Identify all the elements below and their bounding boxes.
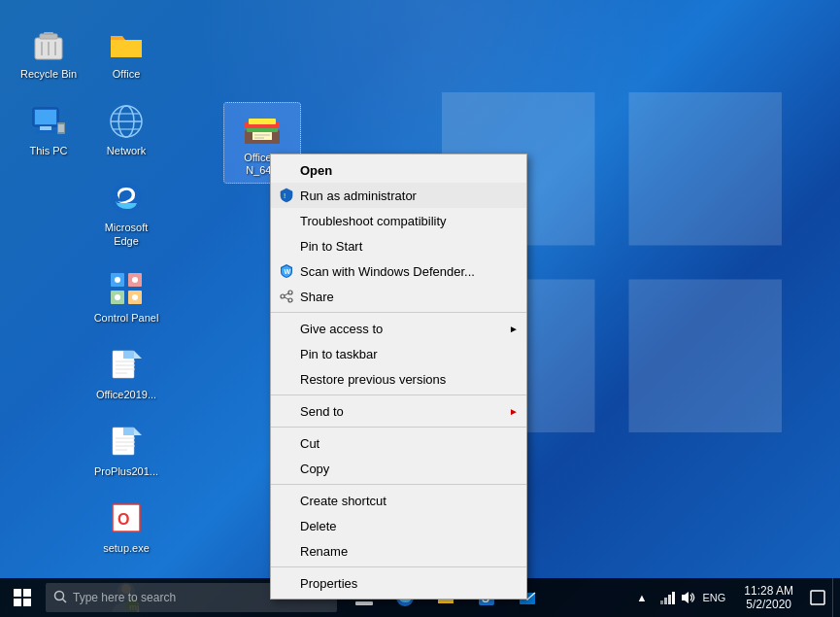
svg-rect-55: [252, 132, 272, 140]
svg-point-26: [115, 277, 120, 283]
svg-rect-3: [629, 280, 783, 433]
svg-rect-1: [629, 92, 783, 246]
svg-rect-68: [23, 599, 31, 606]
svg-rect-15: [58, 124, 64, 132]
ctx-item-run-as-admin[interactable]: ! Run as administrator: [271, 183, 526, 208]
svg-line-63: [285, 293, 288, 295]
desktop-icon-this-pc[interactable]: This PC: [10, 96, 87, 163]
taskbar-clock[interactable]: 11:28 AM 5/2/2020: [734, 578, 803, 617]
ctx-item-give-access[interactable]: Give access to ►: [271, 316, 526, 341]
svg-rect-11: [35, 110, 56, 124]
svg-rect-79: [664, 598, 667, 604]
context-menu: Open ! Run as administrator Troubleshoot…: [270, 154, 527, 600]
svg-line-64: [285, 297, 288, 299]
edge-icon: [107, 179, 146, 218]
svg-rect-38: [123, 428, 134, 435]
svg-rect-73: [355, 601, 373, 605]
tray-network-icon[interactable]: [656, 578, 678, 617]
office2019-icon: [107, 346, 146, 385]
svg-rect-31: [123, 351, 134, 359]
svg-rect-65: [14, 589, 21, 597]
svg-text:W: W: [285, 268, 291, 275]
clock-time: 11:28 AM: [744, 584, 793, 598]
control-panel-icon: [107, 269, 146, 308]
send-to-arrow: ►: [509, 406, 519, 417]
setup-exe-label: setup.exe: [103, 542, 150, 555]
svg-point-61: [281, 294, 285, 298]
recycle-bin-label: Recycle Bin: [20, 68, 77, 81]
svg-rect-78: [660, 600, 663, 604]
svg-point-69: [55, 591, 64, 600]
office-folder-icon: [107, 25, 146, 64]
office-n64b-icon: [243, 109, 282, 148]
tray-language-icon[interactable]: ENG: [699, 578, 728, 617]
ctx-item-restore-versions[interactable]: Restore previous versions: [271, 366, 526, 392]
office2019-label: Office2019...: [96, 389, 156, 401]
desktop-icon-network[interactable]: Network: [87, 96, 165, 163]
this-pc-label: This PC: [29, 145, 67, 157]
desktop-icon-recycle-bin[interactable]: Recycle Bin: [10, 19, 87, 86]
desktop-icon-edge[interactable]: Microsoft Edge: [87, 173, 165, 253]
svg-text:!: !: [284, 192, 286, 199]
start-button[interactable]: [0, 578, 44, 617]
edge-label: Microsoft Edge: [91, 222, 161, 247]
ctx-item-rename[interactable]: Rename: [271, 538, 526, 564]
svg-point-27: [132, 277, 138, 283]
office-label: Office: [113, 68, 141, 81]
defender-icon: W: [277, 261, 296, 281]
desktop-icon-control-panel[interactable]: Control Panel: [87, 263, 165, 330]
ctx-separator-2: [271, 394, 526, 395]
ctx-item-pin-taskbar[interactable]: Pin to taskbar: [271, 341, 526, 366]
ctx-item-pin-start[interactable]: Pin to Start: [271, 233, 526, 258]
svg-rect-81: [672, 592, 675, 604]
svg-rect-13: [36, 130, 55, 133]
ctx-item-delete[interactable]: Delete: [271, 513, 526, 538]
ctx-separator-5: [271, 566, 526, 567]
svg-rect-67: [14, 599, 21, 606]
system-tray: ▲: [632, 578, 840, 617]
svg-rect-83: [811, 591, 824, 604]
svg-marker-36: [134, 351, 142, 359]
ctx-item-troubleshoot[interactable]: Troubleshoot compatibility: [271, 208, 526, 233]
tray-notification-icon[interactable]: [803, 578, 832, 617]
ctx-separator-3: [271, 427, 526, 428]
tray-volume-icon[interactable]: [678, 578, 699, 617]
shield-icon: !: [277, 186, 296, 205]
network-label: Network: [107, 145, 146, 157]
svg-rect-66: [23, 589, 31, 597]
svg-rect-12: [40, 126, 51, 130]
ctx-item-send-to[interactable]: Send to ►: [271, 398, 526, 424]
desktop-icon-office2019[interactable]: Office2019...: [87, 340, 165, 407]
network-icon: [107, 102, 146, 141]
give-access-arrow: ►: [509, 324, 519, 334]
ctx-item-scan-defender[interactable]: W Scan with Windows Defender...: [271, 258, 526, 284]
svg-rect-80: [668, 595, 671, 604]
ctx-item-share[interactable]: Share: [271, 284, 526, 309]
show-desktop-button[interactable]: [832, 578, 840, 617]
svg-rect-54: [249, 119, 276, 124]
tray-icons-group: ENG: [651, 578, 734, 617]
desktop-icon-office[interactable]: Office: [87, 19, 165, 86]
proplus201-icon: [107, 423, 146, 462]
svg-point-21: [111, 183, 142, 214]
desktop: Recycle Bin This PC: [0, 0, 840, 617]
ctx-item-open[interactable]: Open: [271, 157, 526, 183]
ctx-item-create-shortcut[interactable]: Create shortcut: [271, 488, 526, 513]
svg-marker-82: [682, 592, 689, 603]
svg-point-29: [132, 294, 138, 300]
recycle-bin-icon: [29, 25, 68, 64]
ctx-item-cut[interactable]: Cut: [271, 430, 526, 456]
svg-point-28: [115, 294, 120, 300]
control-panel-label: Control Panel: [94, 312, 159, 325]
svg-line-70: [63, 599, 67, 602]
ctx-separator-1: [271, 312, 526, 313]
svg-marker-43: [134, 428, 142, 435]
ctx-item-copy[interactable]: Copy: [271, 456, 526, 481]
share-icon: [277, 287, 296, 306]
tray-overflow-button[interactable]: ▲: [632, 578, 651, 617]
ctx-item-properties[interactable]: Properties: [271, 570, 526, 596]
desktop-icon-setup-exe[interactable]: O setup.exe: [87, 494, 165, 561]
desktop-icon-proplus201[interactable]: ProPlus201...: [87, 417, 165, 484]
clock-date: 5/2/2020: [746, 598, 791, 611]
svg-point-62: [288, 298, 292, 302]
